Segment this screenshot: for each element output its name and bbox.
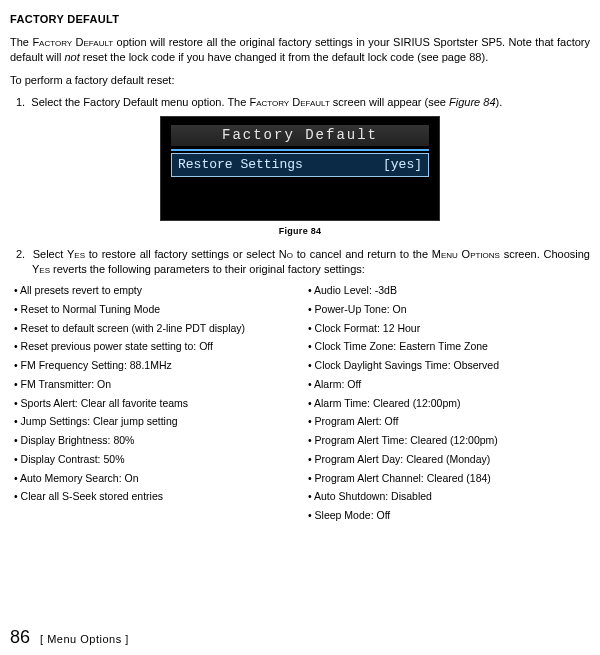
bullet-text: Audio Level: -3dB [314, 284, 397, 296]
page-number: 86 [10, 625, 30, 649]
text: to restore all factory settings or selec… [85, 248, 279, 260]
list-item: • Program Alert Day: Cleared (Monday) [304, 452, 590, 468]
list-item: • FM Transmitter: On [10, 377, 296, 393]
bullet-text: Program Alert Day: Cleared (Monday) [315, 453, 491, 465]
list-item: • Auto Memory Search: On [10, 471, 296, 487]
bullet-text: Display Brightness: 80% [21, 434, 135, 446]
lcd-figure: Factory Default Restore Settings [yes] [10, 116, 590, 221]
intro-paragraph: The Factory Default option will restore … [10, 35, 590, 65]
text-smallcaps: Factory Default [249, 96, 329, 108]
footer-section-label: [ Menu Options ] [40, 632, 129, 647]
list-item: • Clock Time Zone: Eastern Time Zone [304, 339, 590, 355]
list-item: • Clock Format: 12 Hour [304, 321, 590, 337]
bullet-text: Jump Settings: Clear jump setting [21, 415, 178, 427]
list-item: • Reset previous power state setting to:… [10, 339, 296, 355]
bullet-text: Clear all S-Seek stored entries [21, 490, 163, 502]
lcd-item-label: Restore Settings [178, 156, 303, 174]
bullet-text: Alarm: Off [314, 378, 361, 390]
bullet-text: Auto Memory Search: On [20, 472, 138, 484]
list-item: • Audio Level: -3dB [304, 283, 590, 299]
bullet-text: Reset to Normal Tuning Mode [21, 303, 160, 315]
lcd-menu-row: Restore Settings [yes] [171, 153, 429, 177]
text: Select the Factory Default menu option. … [31, 96, 249, 108]
bullet-text: All presets revert to empty [20, 284, 142, 296]
text-smallcaps: Menu Options [432, 248, 500, 260]
list-item: • Power-Up Tone: On [304, 302, 590, 318]
list-item: • Display Brightness: 80% [10, 433, 296, 449]
list-item: • Program Alert Time: Cleared (12:00pm) [304, 433, 590, 449]
lcd-screen: Factory Default Restore Settings [yes] [160, 116, 440, 221]
page-footer: 86 [ Menu Options ] [10, 625, 129, 649]
page: FACTORY DEFAULT The Factory Default opti… [0, 0, 600, 655]
bullet-text: Program Alert: Off [315, 415, 399, 427]
list-item: • All presets revert to empty [10, 283, 296, 299]
text-smallcaps: Yes [32, 263, 50, 275]
text: reset the lock code if you have changed … [80, 51, 488, 63]
text-smallcaps: Factory Default [32, 36, 113, 48]
text-smallcaps: Yes [67, 248, 85, 260]
list-item: • Sleep Mode: Off [304, 508, 590, 524]
text-italic: not [64, 51, 79, 63]
bullet-text: Program Alert Time: Cleared (12:00pm) [315, 434, 498, 446]
step-number: 1. [16, 96, 25, 108]
bullet-text: Clock Time Zone: Eastern Time Zone [315, 340, 488, 352]
list-item: • Clear all S-Seek stored entries [10, 489, 296, 505]
lcd-title: Factory Default [171, 125, 429, 146]
list-item: • Auto Shutdown: Disabled [304, 489, 590, 505]
lcd-divider [171, 149, 429, 151]
bullet-text: FM Transmitter: On [21, 378, 111, 390]
text: ). [496, 96, 503, 108]
list-item: • Alarm: Off [304, 377, 590, 393]
bullet-text: Auto Shutdown: Disabled [314, 490, 432, 502]
bullet-text: Alarm Time: Cleared (12:00pm) [314, 397, 460, 409]
bullet-text: Power-Up Tone: On [315, 303, 407, 315]
intro-paragraph-2: To perform a factory default reset: [10, 73, 590, 88]
bullet-text: Sports Alert: Clear all favorite teams [21, 397, 188, 409]
list-item: • Clock Daylight Savings Time: Observed [304, 358, 590, 374]
text: reverts the following parameters to thei… [50, 263, 365, 275]
list-item: • Display Contrast: 50% [10, 452, 296, 468]
text: to cancel and return to the [293, 248, 432, 260]
text: The [10, 36, 32, 48]
text: screen will appear (see [330, 96, 449, 108]
bullet-columns: • All presets revert to empty • Reset to… [10, 283, 590, 527]
text-smallcaps: No [279, 248, 293, 260]
bullet-text: Clock Daylight Savings Time: Observed [315, 359, 499, 371]
list-item: • Program Alert: Off [304, 414, 590, 430]
list-item: • Reset to default screen (with 2-line P… [10, 321, 296, 337]
bullet-text: Program Alert Channel: Cleared (184) [315, 472, 491, 484]
left-column: • All presets revert to empty • Reset to… [10, 283, 296, 527]
list-item: • FM Frequency Setting: 88.1MHz [10, 358, 296, 374]
list-item: • Alarm Time: Cleared (12:00pm) [304, 396, 590, 412]
section-heading: FACTORY DEFAULT [10, 12, 590, 27]
text: screen. Choosing [500, 248, 590, 260]
figure-caption: Figure 84 [10, 225, 590, 237]
right-column: • Audio Level: -3dB • Power-Up Tone: On … [304, 283, 590, 527]
bullet-text: Reset to default screen (with 2-line PDT… [21, 322, 246, 334]
bullet-text: Sleep Mode: Off [315, 509, 391, 521]
bullet-text: Display Contrast: 50% [21, 453, 125, 465]
bullet-text: Reset previous power state setting to: O… [21, 340, 213, 352]
list-item: • Jump Settings: Clear jump setting [10, 414, 296, 430]
lcd-item-value: [yes] [383, 156, 422, 174]
text: Select [33, 248, 67, 260]
text-italic: Figure 84 [449, 96, 495, 108]
bullet-text: FM Frequency Setting: 88.1MHz [21, 359, 172, 371]
step-2: 2. Select Yes to restore all factory set… [10, 247, 590, 277]
list-item: • Program Alert Channel: Cleared (184) [304, 471, 590, 487]
list-item: • Reset to Normal Tuning Mode [10, 302, 296, 318]
step-number: 2. [16, 248, 25, 260]
list-item: • Sports Alert: Clear all favorite teams [10, 396, 296, 412]
bullet-text: Clock Format: 12 Hour [315, 322, 421, 334]
step-1: 1. Select the Factory Default menu optio… [10, 95, 590, 110]
